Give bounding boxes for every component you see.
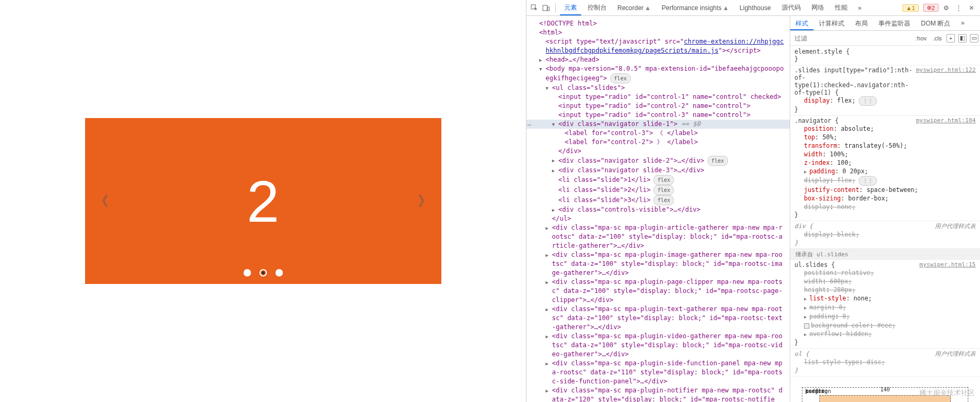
css-declaration[interactable]: display: flex;⋮⋮ [794, 176, 976, 186]
dom-node[interactable]: ▶<div class="mpa-sc mpa-plugin-text-gath… [526, 305, 790, 332]
css-declaration[interactable]: ▶padding: 0 20px; [794, 167, 976, 176]
css-declaration[interactable]: display: block; [794, 230, 976, 239]
css-declaration[interactable]: ▶padding: 0; [794, 312, 976, 321]
dom-node[interactable]: ▶<div class="navigator slide-2">…</div>f… [526, 156, 790, 166]
inspect-icon[interactable] [530, 3, 539, 13]
contrast-icon[interactable]: ◧ [958, 34, 967, 43]
rule-ulslides[interactable]: ul.slides {myswiper.html:15 position: re… [790, 260, 980, 349]
tab-performance[interactable]: 性能 [831, 0, 852, 15]
elements-tree[interactable]: <!DOCTYPE html> <html> <script type="tex… [526, 16, 790, 402]
css-declaration[interactable]: width: 600px; [794, 277, 976, 286]
tab-lighthouse[interactable]: Lighthouse [735, 1, 775, 15]
gear-icon[interactable]: ⚙ [941, 3, 951, 13]
tab-console[interactable]: 控制台 [583, 0, 611, 15]
filter-input[interactable] [790, 35, 912, 42]
dot-1[interactable] [244, 269, 251, 277]
styles-tab-more[interactable]: » [956, 16, 970, 30]
dom-node[interactable]: ▶<div class="mpa-sc mpa-plugin-page-clip… [526, 278, 790, 305]
dom-node[interactable]: <input type="radio" id="control-2" name=… [526, 102, 790, 111]
styles-tab-computed[interactable]: 计算样式 [814, 16, 850, 30]
dom-node[interactable]: <script type="text/javascript" src="chro… [526, 37, 790, 55]
dom-node[interactable]: ▶<div class="navigator slide-3">…</div> [526, 166, 790, 175]
inherited-from: 继承自 ul.slides [790, 249, 980, 260]
css-declaration[interactable]: justify-content: space-between; [794, 186, 976, 194]
dom-node-selected[interactable]: ⋯▼<div class="navigator slide-1"> == $0 [526, 120, 790, 129]
tab-sources[interactable]: 源代码 [777, 0, 805, 15]
dom-node[interactable]: ▼<body mpa-version="8.0.5" mpa-extension… [526, 64, 790, 83]
computed-toggle-icon[interactable]: ▭ [970, 34, 978, 43]
hov-button[interactable]: :hov [912, 35, 930, 41]
tab-recorder[interactable]: Recorder▲ [613, 1, 655, 15]
prev-chevron-icon[interactable]: 《 [95, 192, 108, 211]
dom-node[interactable]: <!DOCTYPE html> [526, 19, 790, 28]
dom-node[interactable]: <li class="slide">3</li>flex [526, 195, 790, 205]
tab-elements[interactable]: 元素 [560, 0, 581, 15]
dom-node[interactable]: <html> [526, 28, 790, 37]
css-declaration[interactable]: ▶overflow: hidden; [794, 330, 976, 339]
css-declaration[interactable]: z-index: 100; [794, 158, 976, 167]
dom-node[interactable]: ▶<div class="mpa-sc mpa-plugin-image-gat… [526, 250, 790, 278]
css-declaration[interactable]: background-color: #eee; [794, 321, 976, 330]
tab-performance-insights[interactable]: Performance insights▲ [657, 1, 733, 15]
dom-node[interactable]: <label for="control-3"> 《 </label> [526, 129, 790, 138]
dom-node[interactable]: </ul> [526, 214, 790, 223]
dom-node[interactable]: ▶<div class="mpa-sc mpa-plugin-video-gat… [526, 332, 790, 359]
css-declaration[interactable]: position: relative; [794, 269, 976, 277]
dom-node[interactable]: <li class="slide">2</li>flex [526, 185, 790, 195]
rule-slides[interactable]: .slides input[type="radio"]:nth-of-type(… [790, 65, 980, 116]
errors-badge[interactable]: ⊗ 2 [923, 4, 939, 12]
styles-tabs: 样式 计算样式 布局 事件监听器 DOM 断点 » [790, 16, 980, 31]
slider: 《 2 》 [85, 118, 441, 284]
dom-node[interactable]: ▶<head>…</head> [526, 55, 790, 64]
devtools-toolbar: 元素 控制台 Recorder▲ Performance insights▲ L… [526, 0, 980, 16]
dom-node[interactable]: <label for="control-2"> 》 </label> [526, 138, 790, 147]
warnings-badge[interactable]: ▲1 [902, 4, 919, 12]
css-declaration[interactable]: display: none; [794, 203, 976, 211]
dom-node[interactable]: ▶<div class="mpa-sc mpa-plugin-side-func… [526, 359, 790, 386]
styles-filter: :hov .cls + ◧ ▭ [790, 31, 980, 46]
rule-ul-ua[interactable]: ul {用户代理样式表 list-style-type: disc; } [790, 349, 980, 376]
rule-div-ua[interactable]: div {用户代理样式表 display: block; } [790, 221, 980, 249]
styles-pane: 样式 计算样式 布局 事件监听器 DOM 断点 » :hov .cls + ◧ … [790, 16, 980, 402]
tab-network[interactable]: 网络 [807, 0, 828, 15]
css-declaration[interactable]: height: 280px; [794, 286, 976, 294]
dot-2[interactable] [259, 269, 267, 277]
css-declaration[interactable]: display: flex;⋮⋮ [794, 96, 976, 106]
cls-button[interactable]: .cls [930, 35, 945, 41]
dom-node[interactable]: ▼<ul class="slides"> [526, 83, 790, 93]
pagination-dots [244, 269, 283, 277]
dom-node[interactable]: ▶<div class="mpa-sc mpa-plugin-notifier … [526, 386, 790, 402]
css-declaration[interactable]: ▶margin: 0; [794, 303, 976, 312]
next-chevron-icon[interactable]: 》 [418, 192, 432, 211]
close-icon[interactable]: ✕ [966, 3, 977, 13]
dom-node[interactable]: <input type="radio" id="control-3" name=… [526, 111, 790, 120]
css-declaration[interactable]: position: absolute; [794, 124, 976, 133]
svg-rect-2 [548, 7, 549, 11]
css-declaration[interactable]: top: 50%; [794, 133, 976, 141]
css-declaration[interactable]: ▶list-style: none; [794, 294, 976, 303]
styles-rules[interactable]: element.style { } .slides input[type="ra… [790, 46, 980, 402]
devtools: 元素 控制台 Recorder▲ Performance insights▲ L… [526, 0, 980, 402]
css-declaration[interactable]: width: 100%; [794, 150, 976, 158]
dom-node[interactable]: ▶<div class="mpa-sc mpa-plugin-article-g… [526, 223, 790, 250]
dom-node[interactable]: </div> [526, 147, 790, 156]
styles-tab-listeners[interactable]: 事件监听器 [873, 16, 916, 30]
slide-number: 2 [247, 168, 279, 235]
tab-more[interactable]: » [854, 1, 866, 15]
kebab-icon[interactable]: ⋮ [953, 3, 964, 13]
dom-node[interactable]: <input type="radio" id="control-1" name=… [526, 93, 790, 102]
css-declaration[interactable]: list-style-type: disc; [794, 358, 976, 366]
new-rule-button[interactable]: + [947, 34, 955, 43]
styles-tab-layout[interactable]: 布局 [850, 16, 873, 30]
dot-3[interactable] [275, 269, 283, 277]
styles-tab-styles[interactable]: 样式 [790, 16, 814, 30]
dom-node[interactable]: <li class="slide">1</li>flex [526, 175, 790, 185]
rule-element-style[interactable]: element.style { } [790, 47, 980, 65]
svg-rect-1 [543, 5, 547, 11]
css-declaration[interactable]: transform: translatey(-50%); [794, 141, 976, 150]
rule-navigator[interactable]: .navigator {myswiper.html:104 position: … [790, 116, 980, 221]
dom-node[interactable]: ▶<div class="controls-visible">…</div> [526, 205, 790, 214]
styles-tab-dom-bp[interactable]: DOM 断点 [916, 16, 956, 30]
css-declaration[interactable]: box-sizing: border-box; [794, 194, 976, 203]
device-icon[interactable] [541, 3, 551, 13]
